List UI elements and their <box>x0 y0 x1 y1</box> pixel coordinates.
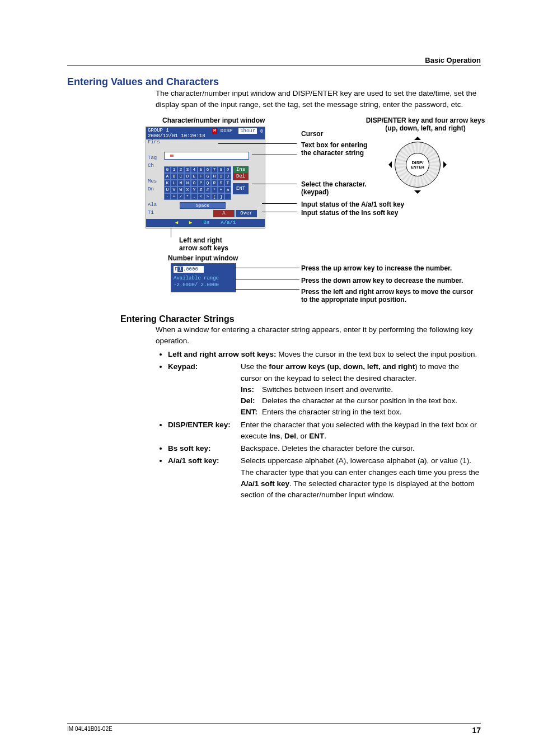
keypad-text-1b: four arrow keys (up, down, left, and rig… <box>269 362 415 371</box>
label-lr-2: arrow soft keys <box>179 244 228 252</box>
status-over: Over <box>236 210 257 217</box>
del-key-text: Deletes the character at the cursor posi… <box>262 395 457 407</box>
label-textbox-1: Text box for entering <box>301 141 367 149</box>
key-operations-list: Left and right arrow soft keys: Moves th… <box>168 349 481 501</box>
aa1-text-2b: A/a/1 soft key <box>241 479 289 488</box>
label-lr-num-2: to the appropriate input position. <box>301 296 406 304</box>
text-entry-box <box>164 152 249 160</box>
label-status-ins: Input status of the Ins soft key <box>301 209 398 217</box>
del-key-label: Del: <box>241 395 262 407</box>
lr-softkeys-text: Moves the cursor in the text box to sele… <box>277 350 477 358</box>
running-header: Basic Operation <box>67 56 481 66</box>
softkey-bar: ◀ ▶ Bs A/a/1 <box>146 219 265 227</box>
ecs-intro: When a window for entering a character s… <box>156 324 481 347</box>
bs-label: Bs soft key <box>168 444 208 452</box>
heading-entering-char-strings: Entering Character Strings <box>120 314 481 324</box>
aa1-label: A/a/1 soft key <box>168 456 217 465</box>
label-lr-num-1: Press the left and right arrow keys to m… <box>301 288 473 296</box>
footer-page-number: 17 <box>472 726 481 735</box>
keypad-label: Keypad <box>168 362 195 371</box>
label-status-a: Input status of the A/a/1 soft key <box>301 200 404 208</box>
label-select-2: (keypad) <box>301 188 329 196</box>
heading-entering-values: Entering Values and Characters <box>67 76 481 88</box>
label-cw-title: Character/number input window <box>162 116 265 124</box>
label-disp-title: DISP/ENTER key and four arrow keys (up, … <box>364 116 487 132</box>
ent-button: ENT <box>233 183 249 194</box>
disp-enter-key-graphic: DISP/ ENTER <box>392 139 442 189</box>
status-a: A <box>213 210 235 217</box>
footer-docid: IM 04L41B01-02E <box>67 726 113 735</box>
bs-text: Backspace. Deletes the character before … <box>241 443 481 454</box>
number-input-window: F1.0000 Available range -2.0000/ 2.0000 <box>171 263 236 292</box>
char-number-input-window: GROUP 12008/12/01 10:20:18 M DISP 1hour … <box>146 127 265 228</box>
aa1-text-1: Selects uppercase alphabet (A), lowercas… <box>241 455 481 466</box>
label-select-1: Select the character. <box>301 180 367 188</box>
ent-key-text: Enters the character string in the text … <box>262 407 402 418</box>
figure-container: Character/number input window DISP/ENTER… <box>146 116 481 310</box>
onscreen-keypad: 0123456789 ABCDEFGHIJ KLMNOPQRST UVWXYZ#… <box>164 166 231 200</box>
label-up-arrow: Press the up arrow key to increase the n… <box>301 264 452 272</box>
ent-key-label: ENT: <box>241 407 262 418</box>
label-cursor: Cursor <box>301 130 323 138</box>
label-lr-1: Left and right <box>179 236 222 244</box>
lr-softkeys-label: Left and right arrow soft keys: <box>168 350 277 358</box>
disp-enter-label: DISP/ENTER key <box>168 421 228 429</box>
aa1-text-2a: The character type that you can enter ch… <box>241 468 479 477</box>
label-numwin: Number input window <box>168 254 238 262</box>
del-button: Del <box>233 173 249 180</box>
ins-key-label: Ins: <box>241 384 262 395</box>
label-textbox-2: the character string <box>301 149 364 157</box>
intro-paragraph: The character/number input window and DI… <box>156 88 481 111</box>
ins-key-text: Switches between insert and overwrite. <box>262 384 393 395</box>
space-key: Space <box>180 202 226 209</box>
keypad-text-1a: Use the <box>241 362 269 371</box>
label-down-arrow: Press the down arrow key to decrease the… <box>301 277 463 284</box>
